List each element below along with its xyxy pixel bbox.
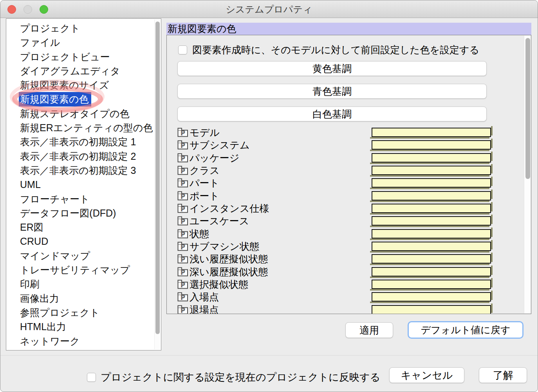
- remember-color-row: 図要素作成時に、そのモデルに対して前回設定した色を設定する: [178, 43, 479, 56]
- color-swatch-button[interactable]: [372, 216, 491, 226]
- sidebar-item-label: フローチャート: [20, 192, 90, 206]
- element-color-label: ポート: [190, 190, 219, 202]
- color-settings-pane: 図要素作成時に、そのモデルに対して前回設定した色を設定する 黄色基調 青色基調 …: [166, 35, 531, 314]
- remember-color-label: 図要素作成時に、そのモデルに対して前回設定した色を設定する: [192, 43, 479, 56]
- ok-button[interactable]: 了解: [479, 367, 527, 383]
- stereotype-p-icon: P: [177, 191, 188, 201]
- sidebar-item[interactable]: フローチャート: [6, 192, 161, 206]
- sidebar-item[interactable]: 参照プロジェクト: [6, 305, 161, 320]
- apply-to-project-label: プロジェクトに関する設定を現在のプロジェクトに反映する: [101, 370, 380, 384]
- svg-text:P: P: [181, 269, 185, 276]
- sidebar-item[interactable]: ER図: [6, 220, 161, 234]
- element-color-row: P ユースケース: [167, 215, 523, 227]
- sidebar-scrollbar-thumb[interactable]: [155, 22, 160, 334]
- sidebar-item-label: 画像出力: [20, 291, 59, 305]
- sidebar-item-label: ダイアグラムエディタ: [20, 64, 120, 78]
- sidebar-item[interactable]: 表示／非表示の初期設定 2: [6, 149, 161, 163]
- sidebar-item-label: マインドマップ: [20, 249, 90, 263]
- sidebar-item-label: データフロー図(DFD): [20, 206, 116, 220]
- color-swatch-button[interactable]: [372, 128, 491, 137]
- color-swatch-button[interactable]: [372, 242, 491, 251]
- element-color-label: 選択擬似状態: [190, 278, 248, 291]
- element-color-row: P クラス: [167, 164, 523, 177]
- close-button[interactable]: [7, 5, 16, 14]
- sidebar-item[interactable]: ネットワーク: [6, 334, 161, 348]
- tone-button-group: 黄色基調 青色基調 白色基調: [177, 61, 487, 121]
- element-color-label: クラス: [190, 164, 220, 177]
- color-swatch-button[interactable]: [372, 204, 491, 213]
- sidebar-item-label: CRUD: [20, 234, 48, 248]
- sidebar-item[interactable]: 新規図要素の色: [6, 92, 161, 106]
- titlebar[interactable]: システムプロパティ: [0, 0, 538, 18]
- color-tone-button[interactable]: 黄色基調: [177, 61, 487, 76]
- sidebar-item-label: 新規ステレオタイプの色: [20, 107, 130, 121]
- color-tone-button[interactable]: 白色基調: [177, 107, 487, 121]
- svg-text:P: P: [181, 218, 185, 225]
- element-color-row: P パッケージ: [167, 152, 523, 164]
- sidebar-item[interactable]: プロジェクト: [6, 21, 161, 35]
- svg-text:P: P: [181, 294, 185, 301]
- panel-title: 新規図要素の色: [166, 23, 531, 35]
- svg-text:P: P: [181, 168, 185, 174]
- element-color-row: P 退場点: [167, 303, 523, 314]
- sidebar-item[interactable]: データフロー図(DFD): [6, 206, 161, 220]
- color-swatch-button[interactable]: [372, 267, 491, 276]
- stereotype-p-icon: P: [177, 128, 188, 137]
- color-swatch-button[interactable]: [372, 229, 491, 238]
- sidebar-item-label: プロジェクト: [20, 21, 80, 35]
- stereotype-p-icon: P: [177, 254, 188, 264]
- sidebar-item[interactable]: 印刷: [6, 277, 161, 291]
- color-swatch-button[interactable]: [372, 191, 491, 201]
- color-swatch-button[interactable]: [372, 292, 491, 302]
- sidebar-item[interactable]: 表示／非表示の初期設定 3: [6, 163, 161, 177]
- sidebar-scrollbar[interactable]: [154, 20, 160, 349]
- element-color-label: モデル: [190, 126, 220, 139]
- traffic-lights: [7, 5, 48, 14]
- stereotype-p-icon: P: [177, 267, 188, 276]
- color-tone-button[interactable]: 青色基調: [177, 84, 487, 99]
- sidebar-item[interactable]: UML: [6, 177, 161, 191]
- stereotype-p-icon: P: [177, 166, 188, 175]
- sidebar-item[interactable]: 画像出力: [6, 291, 161, 305]
- sidebar-item[interactable]: HTML出力: [6, 320, 161, 334]
- sidebar-item[interactable]: トレーサビリティマップ: [6, 263, 161, 277]
- sidebar-item[interactable]: 新規ステレオタイプの色: [6, 107, 161, 121]
- remember-color-checkbox[interactable]: [178, 45, 187, 54]
- element-color-row: P サブマシン状態: [167, 240, 523, 253]
- sidebar-item[interactable]: その他: [6, 348, 161, 350]
- element-color-row: P モデル: [167, 126, 523, 139]
- panel-scrollbar[interactable]: [524, 36, 531, 313]
- color-swatch-button[interactable]: [372, 166, 491, 175]
- color-swatch-button[interactable]: [372, 280, 491, 289]
- stereotype-p-icon: P: [177, 292, 188, 302]
- element-color-row: P 浅い履歴擬似状態: [167, 253, 523, 265]
- color-swatch-button[interactable]: [372, 140, 491, 150]
- panel-scrollbar-thumb[interactable]: [525, 38, 530, 179]
- element-color-row: P 入場点: [167, 291, 523, 303]
- zoom-button[interactable]: [40, 5, 48, 14]
- sidebar-item[interactable]: プロジェクトビュー: [6, 50, 161, 64]
- sidebar-item[interactable]: ファイル: [6, 35, 161, 49]
- sidebar-item[interactable]: 新規ERエンティティの型の色: [6, 121, 161, 135]
- color-swatch-button[interactable]: [372, 254, 491, 264]
- reset-to-default-button[interactable]: デフォルト値に戻す: [408, 321, 524, 339]
- sidebar-item[interactable]: 表示／非表示の初期設定 1: [6, 135, 161, 149]
- sidebar-item[interactable]: 新規図要素のサイズ: [6, 78, 161, 92]
- color-swatch-button[interactable]: [372, 178, 491, 188]
- sidebar-item[interactable]: ダイアグラムエディタ: [6, 64, 161, 78]
- color-swatch-button[interactable]: [372, 305, 491, 314]
- sidebar-item-label: 参照プロジェクト: [20, 305, 100, 320]
- sidebar-item[interactable]: マインドマップ: [6, 249, 161, 263]
- color-swatch-button[interactable]: [372, 153, 491, 163]
- sidebar-item[interactable]: CRUD: [6, 234, 161, 248]
- element-color-label: インスタンス仕様: [190, 202, 269, 215]
- element-color-row: P インスタンス仕様: [167, 202, 523, 215]
- cancel-button[interactable]: キャンセル: [389, 367, 464, 383]
- element-color-label: パッケージ: [190, 152, 239, 164]
- element-color-list: P モデル P サブシステム: [167, 126, 523, 314]
- apply-button[interactable]: 適用: [345, 322, 393, 338]
- sidebar-item-label: 表示／非表示の初期設定 1: [20, 135, 136, 149]
- apply-to-project-checkbox[interactable]: [87, 373, 96, 382]
- sidebar-item-label: ファイル: [20, 35, 60, 49]
- sidebar-item-label: UML: [20, 177, 41, 191]
